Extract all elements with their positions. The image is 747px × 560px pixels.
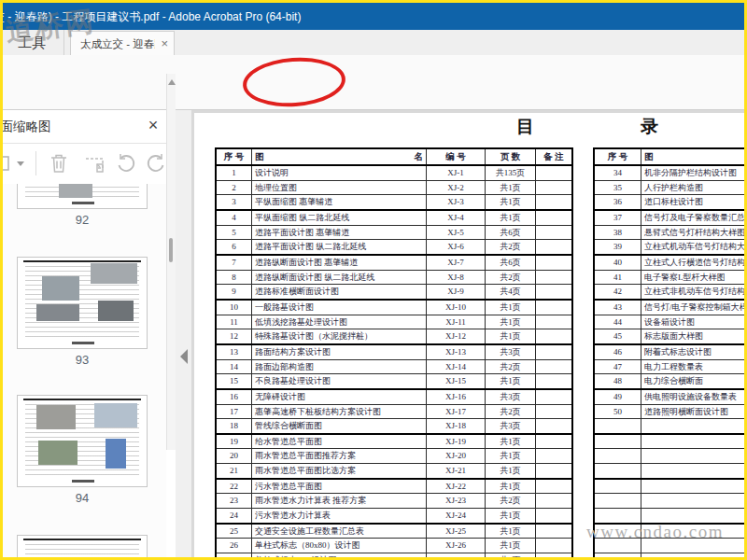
toc-cell-code: XJ-8 [427, 271, 486, 285]
table-row: 11低填浅挖路基处理设计图XJ-11共1页 [217, 315, 571, 330]
toc-cell-name: 信号灯/电子警察控制箱大样图 [641, 301, 747, 315]
table-row [595, 480, 747, 495]
thumbnail-list: 92939495 [0, 184, 166, 560]
toc-cell-seq: 26 [217, 539, 252, 553]
toc-cell-note [536, 525, 571, 539]
toc-cell-seq [595, 509, 641, 523]
toc-cell-name: 一般路基设计图 [252, 301, 427, 315]
toc-cell-seq [595, 494, 641, 508]
toc-cell-code: XJ-2 [427, 181, 486, 195]
toc-cell-seq: 41 [595, 271, 641, 285]
toc-cell-name: 标志版面大样图 [641, 329, 747, 343]
thumbnail-page-95[interactable] [17, 535, 148, 560]
thumbnail-photo [36, 405, 76, 429]
toc-cell-pages: 共1页 [486, 509, 536, 523]
thumbnail-page-94[interactable] [17, 395, 148, 487]
toc-cell-seq: 6 [217, 240, 252, 254]
toc-cell-note [536, 195, 571, 209]
extract-pages-icon[interactable] [82, 151, 106, 175]
toc-cell-seq: 20 [217, 449, 252, 463]
toc-cell-name: 单柱式标志Φ80设计图 [252, 553, 427, 560]
toc-cell-pages: 共2页 [486, 360, 536, 374]
toc-header-seq: 序 号 [595, 149, 641, 164]
rotate-clockwise-icon[interactable] [144, 151, 168, 175]
scrollbar-thumb[interactable] [169, 238, 173, 262]
toc-header-code: 编 号 [427, 149, 486, 164]
table-row: 1设计说明XJ-1共135页 [217, 166, 571, 181]
toc-cell-name: 附着式标志设计图 [641, 345, 747, 359]
thumbnail-options-icon[interactable] [0, 151, 13, 175]
table-row: 18管线综合横断面图XJ-18共3页 [217, 419, 571, 435]
toc-cell-seq: 38 [595, 226, 641, 240]
toc-cell-note [536, 435, 571, 449]
table-row: 41电子警察L型杆大样图 [595, 271, 747, 286]
toc-cell-seq [595, 435, 641, 449]
toc-header-row: 序 号图名 [595, 149, 747, 166]
toc-cell-code: XJ-16 [427, 390, 486, 404]
toc-cell-note [536, 226, 571, 240]
toc-cell-name: 道口标柱设计图 [641, 195, 747, 209]
toc-cell-seq: 16 [217, 390, 252, 404]
table-row: 47电力工程数量表 [595, 360, 747, 375]
panel-divider[interactable] [176, 110, 192, 560]
table-row: 10一般路基设计图XJ-10共1页 [217, 301, 571, 315]
table-row: 40立柱式人行横道信号灯结构大样图 [595, 256, 747, 271]
toc-cell-seq: 8 [217, 271, 252, 285]
toc-cell-name: 立柱式机动车信号灯结构大样图 [641, 240, 747, 254]
table-row: 15不良路基处理设计图XJ-15共1页 [217, 374, 571, 390]
table-row: 7道路纵断面设计图 惠肇辅道XJ-7共6页 [217, 256, 571, 271]
toc-cell-name: 道路平面设计图 惠肇辅道 [252, 226, 427, 240]
table-row: 20雨水管道总平面图推荐方案XJ-20共1页 [217, 449, 571, 464]
toc-cell-name: 特殊路基设计图（水泥搅拌桩） [252, 329, 427, 343]
toc-cell-seq: 47 [595, 360, 641, 374]
toc-cell-seq: 36 [595, 195, 641, 209]
scroll-up-arrow-icon[interactable] [168, 79, 176, 85]
toc-cell-seq: 14 [217, 360, 252, 374]
table-row: 3平纵面缩图 惠肇辅道XJ-3共1页 [217, 195, 571, 211]
thumbnail-footer-mark [72, 342, 94, 344]
toc-cell-seq: 37 [595, 211, 641, 225]
toc-cell-pages: 共1页 [486, 435, 536, 449]
toc-cell-note [536, 166, 571, 180]
panel-toolbar-separator [35, 151, 36, 175]
toc-cell-seq: 19 [217, 435, 252, 449]
toc-cell-name: 给水管道总平面图 [252, 435, 427, 449]
toc-cell-seq [595, 449, 641, 463]
thumbnail-photo [106, 439, 126, 469]
rotate-counterclockwise-icon[interactable] [114, 151, 138, 175]
toc-cell-note [536, 211, 571, 225]
tab-bar: 工具 太成立交 - 迎春路... × ? [0, 30, 747, 56]
thumbnail-options-chevron-icon[interactable] [15, 151, 26, 175]
toc-cell-code: XJ-22 [427, 480, 486, 494]
table-row [595, 435, 747, 450]
panel-scrollbar[interactable] [166, 74, 176, 450]
thumbnail-page-93[interactable] [17, 257, 148, 349]
toc-cell-name: 污水管道总平面图 [252, 480, 427, 494]
toc-cell-name: 单柱式标志（80x80）设计图 [252, 539, 427, 553]
toc-cell-name: 平纵面缩图 惠肇辅道 [252, 195, 427, 209]
table-row: 17惠肇高速桥下桩板结构方案设计图XJ-17共2页 [217, 405, 571, 420]
toc-cell-note [536, 494, 571, 508]
collapse-panel-icon[interactable] [180, 349, 188, 364]
title-bar: 交 - 迎春路) - 工程项目建议书.pdf - Adobe Acrobat P… [0, 2, 747, 30]
toc-header-name: 图名 [641, 149, 747, 164]
thumbnail-photo [38, 441, 78, 465]
toc-cell-name [641, 449, 747, 463]
thumbnail-photo [42, 276, 79, 301]
tab-close-icon[interactable]: × [161, 36, 168, 50]
toc-cell-seq: 3 [217, 195, 252, 209]
table-row: 34机非分隔护栏结构设计图 [595, 166, 747, 181]
toc-cell-seq: 10 [217, 301, 252, 315]
panel-close-icon[interactable]: × [142, 116, 164, 135]
toc-cell-name: 不良路基处理设计图 [252, 374, 427, 388]
table-row: 12特殊路基设计图（水泥搅拌桩）XJ-12共1页 [217, 329, 571, 345]
table-row: 49供电照明设施设备数量表 [595, 390, 747, 405]
toc-cell-seq: 15 [217, 374, 252, 388]
table-row: 22污水管道总平面图XJ-22共1页 [217, 480, 571, 495]
toc-cell-pages: 共1页 [486, 464, 536, 478]
delete-pages-icon[interactable] [47, 151, 71, 175]
table-row [595, 419, 747, 435]
toc-cell-name: 道路照明横断面设计图 [641, 405, 747, 419]
thumbnail-page-92[interactable] [17, 184, 148, 209]
toc-cell-seq: 21 [217, 464, 252, 478]
